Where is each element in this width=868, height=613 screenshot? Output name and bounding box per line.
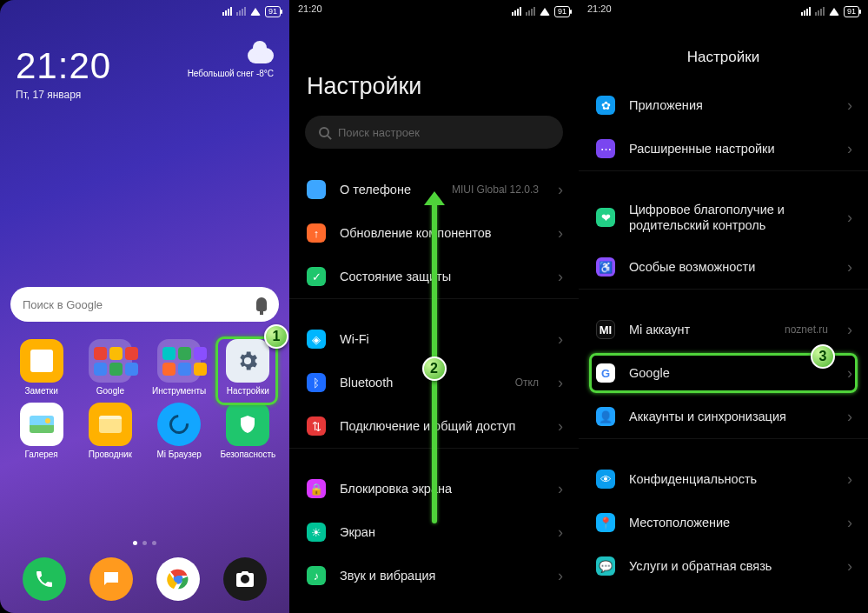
wellbeing-icon: ❤ xyxy=(596,208,615,227)
app-tools-folder[interactable]: Инструменты xyxy=(147,339,212,396)
row-privacy[interactable]: 👁 Конфиденциальность › xyxy=(579,457,868,501)
folder-icon xyxy=(89,339,132,383)
chevron-right-icon: › xyxy=(847,557,852,576)
chevron-right-icon: › xyxy=(558,224,563,243)
status-time: 21:20 xyxy=(587,3,612,14)
chevron-right-icon: › xyxy=(847,97,852,115)
feedback-icon: 💬 xyxy=(596,556,615,576)
page-dots xyxy=(0,541,289,545)
shield-icon xyxy=(226,403,269,446)
chevron-right-icon: › xyxy=(847,140,852,158)
cloud-icon xyxy=(248,48,274,63)
apps-icon: ✿ xyxy=(596,96,615,115)
chevron-right-icon: › xyxy=(558,374,563,392)
chevron-right-icon: › xyxy=(847,258,852,277)
signal2-icon xyxy=(526,7,535,16)
sound-icon: ♪ xyxy=(307,566,326,585)
lock-icon: 🔒 xyxy=(307,479,326,498)
chevron-right-icon: › xyxy=(847,321,852,339)
advanced-icon: ⋯ xyxy=(596,139,615,158)
chevron-right-icon: › xyxy=(558,567,563,585)
shield-icon: ✓ xyxy=(307,267,326,286)
highlight-settings-app xyxy=(215,336,278,405)
accessibility-icon: ♿ xyxy=(596,257,615,277)
search-icon xyxy=(319,127,329,137)
signal-icon xyxy=(222,7,232,16)
chevron-right-icon: › xyxy=(558,480,563,498)
tether-icon: ⇅ xyxy=(307,416,326,436)
wifi-icon: ◈ xyxy=(307,330,326,349)
signal2-icon xyxy=(236,7,246,16)
chevron-right-icon: › xyxy=(847,209,852,227)
settings-screen-scrolled: 91 21:20 Настройки ✿ Приложения › ⋯ Расш… xyxy=(579,0,868,613)
row-feedback[interactable]: 💬 Услуги и обратная связь › xyxy=(579,544,868,588)
wifi-icon xyxy=(829,8,839,16)
settings-title: Настройки xyxy=(289,19,579,116)
search-placeholder: Поиск настроек xyxy=(338,126,420,139)
home-screen: 91 21:20 Пт, 17 января Небольшой снег -8… xyxy=(0,0,289,613)
chevron-right-icon: › xyxy=(558,523,563,542)
battery-indicator: 91 xyxy=(265,6,281,17)
mi-icon: MI xyxy=(596,320,615,339)
app-security[interactable]: Безопасность xyxy=(215,403,281,459)
battery-indicator: 91 xyxy=(554,6,570,17)
row-apps[interactable]: ✿ Приложения › xyxy=(579,83,868,127)
google-search-bar[interactable]: Поиск в Google xyxy=(10,287,279,322)
home-date: Пт, 17 января xyxy=(16,89,274,101)
bluetooth-icon: ᛒ xyxy=(307,373,326,392)
weather-widget[interactable]: Небольшой снег -8°C xyxy=(188,48,274,78)
chrome-icon[interactable] xyxy=(156,557,200,601)
settings-screen-top: 91 21:20 Настройки Поиск настроек О теле… xyxy=(289,0,579,613)
wifi-icon xyxy=(250,8,261,16)
row-location[interactable]: 📍 Местоположение › xyxy=(579,501,868,544)
phone-icon[interactable] xyxy=(23,557,66,601)
folder-icon xyxy=(157,339,201,383)
chevron-right-icon: › xyxy=(558,417,563,436)
row-sound[interactable]: ♪ Звук и вибрация › xyxy=(289,554,579,597)
settings-title: Настройки xyxy=(579,19,868,83)
privacy-icon: 👁 xyxy=(596,470,615,489)
row-accounts-sync[interactable]: 👤 Аккаунты и синхронизация › xyxy=(579,395,868,438)
app-gallery[interactable]: Галерея xyxy=(9,403,74,459)
mic-icon[interactable] xyxy=(256,297,267,311)
row-accessibility[interactable]: ♿ Особые возможности › xyxy=(579,245,868,289)
status-bar: 91 xyxy=(289,0,579,19)
settings-search[interactable]: Поиск настроек xyxy=(305,116,563,149)
status-bar: 91 xyxy=(0,0,289,19)
status-time: 21:20 xyxy=(298,3,322,14)
app-notes[interactable]: Заметки xyxy=(9,339,74,396)
signal2-icon xyxy=(815,7,825,16)
weather-desc: Небольшой снег xyxy=(188,69,254,78)
search-placeholder: Поиск в Google xyxy=(23,298,103,311)
signal-icon xyxy=(801,7,811,16)
display-icon: ☀ xyxy=(307,523,326,542)
location-icon: 📍 xyxy=(596,513,615,532)
battery-indicator: 91 xyxy=(844,6,859,17)
chevron-right-icon: › xyxy=(847,470,852,489)
app-browser[interactable]: Mi Браузер xyxy=(147,403,212,459)
chevron-right-icon: › xyxy=(847,408,852,426)
camera-icon[interactable] xyxy=(223,557,267,601)
update-icon: ↑ xyxy=(307,223,326,243)
status-bar: 91 xyxy=(579,0,868,19)
signal-icon xyxy=(512,7,521,16)
chevron-right-icon: › xyxy=(558,330,563,349)
accounts-icon: 👤 xyxy=(596,407,615,426)
step-badge-1: 1 xyxy=(264,324,288,349)
step-badge-2: 2 xyxy=(422,356,447,381)
dock xyxy=(0,557,289,601)
app-google-folder[interactable]: Google xyxy=(77,339,142,396)
step-badge-3: 3 xyxy=(811,344,835,369)
weather-temp: -8°C xyxy=(256,69,274,78)
wifi-icon xyxy=(540,8,550,16)
chevron-right-icon: › xyxy=(847,514,852,532)
app-explorer[interactable]: Проводник xyxy=(77,403,142,459)
row-wellbeing[interactable]: ❤ Цифровое благополучие и родительский к… xyxy=(579,190,868,245)
row-advanced[interactable]: ⋯ Расширенные настройки › xyxy=(579,127,868,170)
chevron-right-icon: › xyxy=(558,268,563,286)
chevron-right-icon: › xyxy=(558,181,563,199)
messages-icon[interactable] xyxy=(89,557,133,601)
phone-info-icon xyxy=(307,180,326,199)
